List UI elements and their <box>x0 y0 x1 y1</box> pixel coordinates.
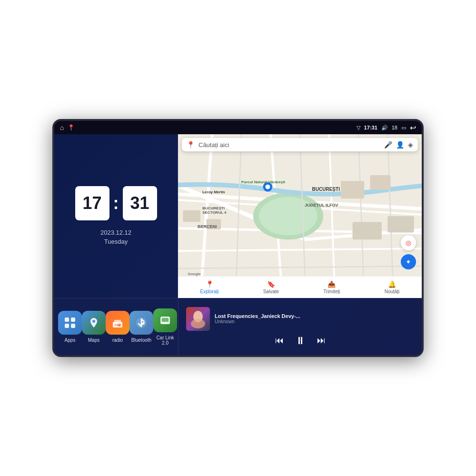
status-time: 17:31 <box>364 125 377 130</box>
map-search-text[interactable]: Căutați aici <box>198 141 380 149</box>
clock-display: 17 : 31 <box>75 186 157 220</box>
svg-rect-21 <box>353 222 382 239</box>
clock-hours: 17 <box>75 186 109 220</box>
apps-label: Apps <box>65 337 76 343</box>
svg-rect-22 <box>387 216 414 232</box>
apps-icon-img <box>58 311 82 335</box>
next-button[interactable]: ⏭ <box>317 336 326 346</box>
music-title: Lost Frequencies_Janieck Devy-... <box>215 313 414 319</box>
svg-rect-31 <box>114 320 121 322</box>
svg-rect-19 <box>341 181 364 198</box>
svg-rect-20 <box>370 175 390 190</box>
clock-colon: : <box>113 193 119 213</box>
app-item-bluetooth[interactable]: Bluetooth <box>129 311 153 343</box>
svg-rect-37 <box>163 323 165 324</box>
radio-label: radio <box>112 337 123 343</box>
app-item-maps[interactable]: Maps <box>82 311 106 343</box>
map-nav-news[interactable]: 🔔 Noutăți <box>385 280 400 294</box>
nav-icon[interactable]: 📍 <box>68 124 75 131</box>
map-bottom-nav: 📍 Explorați 🔖 Salvate 📤 Trimiteți � <box>178 276 422 298</box>
app-item-carlink[interactable]: Car Link 2.0 <box>153 308 177 346</box>
volume-icon: 🔊 <box>381 125 388 131</box>
main-screen: 17 : 31 2023.12.12 Tuesday <box>54 134 422 355</box>
volume-level: 18 <box>392 125 397 130</box>
mic-icon[interactable]: 🎤 <box>384 141 392 149</box>
date-text: 2023.12.12 <box>100 228 131 238</box>
svg-rect-28 <box>71 324 75 328</box>
map-label-ilfov: JUDEȚUL ILFOV <box>305 203 338 208</box>
radio-icon-img: FM <box>106 311 129 335</box>
svg-rect-38 <box>166 323 167 324</box>
music-player: Lost Frequencies_Janieck Devy-... Unknow… <box>178 298 422 355</box>
send-icon: 📤 <box>327 280 336 288</box>
map-label-bucuresti: BUCUREȘTI <box>312 187 340 192</box>
status-left: ⌂ 📍 <box>60 124 75 131</box>
svg-point-33 <box>118 324 121 327</box>
maps-icon-img <box>82 311 106 335</box>
compass-icon: ◎ <box>406 239 411 247</box>
device-frame: ⌂ 📍 ▽ 17:31 🔊 18 ▭ ↩ 17 : 31 2023.12.1 <box>52 119 424 357</box>
svg-point-24 <box>266 185 270 189</box>
map-nav-saved[interactable]: 🔖 Salvate <box>263 280 279 294</box>
map-nav-send[interactable]: 📤 Trimiteți <box>323 280 340 294</box>
map-container[interactable]: TRAPEZULUI BUCUREȘTI JUDEȚUL ILFOV Parcu… <box>178 134 422 298</box>
day-text: Tuesday <box>100 237 131 247</box>
explore-label: Explorați <box>200 289 219 294</box>
carlink-label: Car Link 2.0 <box>153 335 177 346</box>
clock-minutes: 31 <box>123 186 157 220</box>
music-info: Lost Frequencies_Janieck Devy-... Unknow… <box>215 313 414 324</box>
saved-label: Salvate <box>263 289 279 294</box>
play-pause-button[interactable]: ⏸ <box>295 335 306 347</box>
explore-icon: 📍 <box>206 280 214 288</box>
map-searchbar[interactable]: 📍 Căutați aici 🎤 👤 ◈ <box>182 138 418 151</box>
saved-icon: 🔖 <box>267 280 275 288</box>
carlink-icon-img <box>153 308 177 332</box>
next-icon: ⏭ <box>317 336 326 346</box>
map-nav-explore[interactable]: 📍 Explorați <box>200 280 219 294</box>
map-label-google: Google <box>188 272 201 276</box>
location-icon: ✦ <box>406 258 411 266</box>
date-display: 2023.12.12 Tuesday <box>100 228 131 247</box>
play-icon: ⏸ <box>295 335 306 347</box>
map-label-berceni: BERCENI <box>198 224 217 229</box>
apps-row: Apps Maps <box>54 298 178 355</box>
music-top: Lost Frequencies_Janieck Devy-... Unknow… <box>186 307 414 331</box>
signal-icon: ▽ <box>357 125 360 131</box>
svg-point-41 <box>191 319 205 328</box>
maps-pin-icon: 📍 <box>187 141 195 149</box>
prev-button[interactable]: ⏮ <box>275 336 284 346</box>
svg-point-29 <box>92 320 95 323</box>
news-label: Noutăți <box>385 289 400 294</box>
status-right: ▽ 17:31 🔊 18 ▭ ↩ <box>357 123 416 132</box>
account-icon[interactable]: 👤 <box>396 141 404 149</box>
album-art-img <box>186 307 210 331</box>
app-item-apps[interactable]: Apps <box>58 311 82 343</box>
top-area: 17 : 31 2023.12.12 Tuesday <box>54 134 422 298</box>
map-compass-btn[interactable]: ◎ <box>401 235 416 250</box>
music-artist: Unknown <box>215 319 414 324</box>
maps-label: Maps <box>88 337 99 343</box>
svg-rect-25 <box>65 317 69 322</box>
map-search-icons: 🎤 👤 ◈ <box>384 141 413 149</box>
svg-rect-17 <box>183 210 200 222</box>
back-icon[interactable]: ↩ <box>410 123 416 132</box>
map-panel: TRAPEZULUI BUCUREȘTI JUDEȚUL ILFOV Parcu… <box>178 134 422 298</box>
svg-rect-26 <box>71 317 75 322</box>
bluetooth-icon-img <box>129 311 153 335</box>
album-art <box>186 307 210 331</box>
send-label: Trimiteți <box>323 289 340 294</box>
map-label-sector4: BUCUREȘTISECTORUL 4 <box>202 206 226 215</box>
app-item-radio[interactable]: FM radio <box>106 311 129 343</box>
home-icon[interactable]: ⌂ <box>60 124 64 131</box>
svg-rect-27 <box>65 324 69 328</box>
layers-icon[interactable]: ◈ <box>408 141 413 149</box>
status-bar: ⌂ 📍 ▽ 17:31 🔊 18 ▭ ↩ <box>54 121 422 134</box>
map-label-leroy: Leroy Merlin <box>202 190 225 194</box>
map-visual: TRAPEZULUI BUCUREȘTI JUDEȚUL ILFOV Parcu… <box>178 134 422 298</box>
news-icon: 🔔 <box>388 280 396 288</box>
bottom-dock: Apps Maps <box>54 298 422 355</box>
music-controls: ⏮ ⏸ ⏭ <box>186 335 414 347</box>
map-label-parc: Parcul Natural Văcărești <box>241 180 285 184</box>
map-location-btn[interactable]: ✦ <box>401 254 416 269</box>
battery-icon: ▭ <box>401 125 406 131</box>
